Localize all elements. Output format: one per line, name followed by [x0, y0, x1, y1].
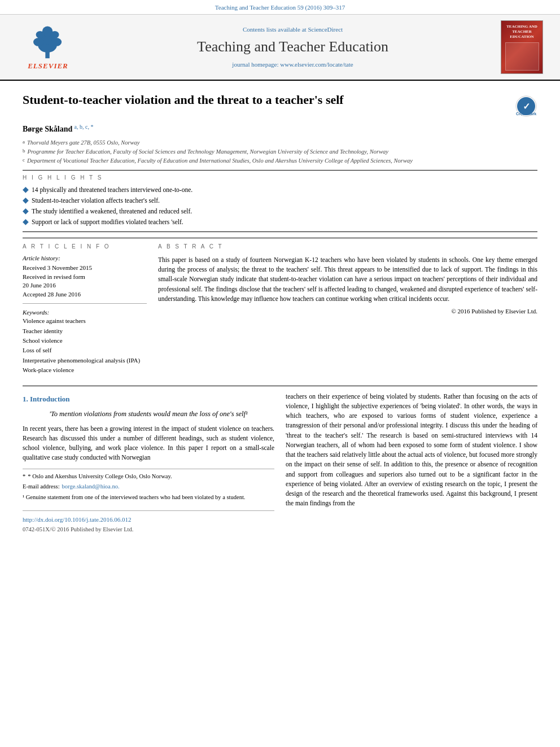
footnote-email-address[interactable]: borge.skaland@hioa.no.	[62, 483, 120, 491]
journal-homepage-url[interactable]: www.elsevier.com/locate/tate	[280, 61, 353, 68]
highlights-section: H I G H L I G H T S ◆ 14 physically and …	[23, 170, 537, 232]
highlights-title: H I G H L I G H T S	[23, 174, 537, 182]
svg-point-7	[51, 31, 59, 38]
abstract-text: This paper is based on a study of fourte…	[158, 255, 537, 304]
keyword-1: Violence against teachers	[23, 317, 147, 325]
highlight-item-2: ◆ Student-to-teacher violation affects t…	[23, 196, 537, 205]
affil-c-text: Department of Vocational Teacher Educati…	[27, 156, 413, 165]
svg-point-5	[51, 38, 62, 46]
elsevier-brand-text: ELSEVIER	[28, 61, 68, 71]
article-history: Article history: Received 3 November 201…	[23, 254, 147, 299]
affiliations-section: a Thorvald Meyers gate 27B, 0555 Oslo, N…	[23, 138, 537, 165]
keyword-4: Loss of self	[23, 346, 147, 355]
highlight-item-3: ◆ The study identified a weakened, threa…	[23, 207, 537, 216]
svg-point-4	[33, 38, 44, 46]
svg-text:CrossMark: CrossMark	[516, 112, 536, 116]
author-line: Børge Skåland a, b, c, *	[23, 123, 537, 135]
journal-citation-bar: Teaching and Teacher Education 59 (2016)…	[0, 0, 560, 15]
doi-url[interactable]: http://dx.doi.org/10.1016/j.tate.2016.06…	[23, 516, 274, 524]
highlight-item-1: ◆ 14 physically and threatened teachers …	[23, 185, 537, 194]
body-right-column: teachers on their experience of being vi…	[286, 392, 537, 534]
section1-blockquote: 'To mention violations from students wou…	[34, 409, 263, 420]
cover-title-text: TEACHING AND TEACHER EDUCATION	[504, 24, 540, 40]
body-content-section: 1. Introduction 'To mention violations f…	[23, 386, 537, 534]
journal-cover-thumbnail: TEACHING AND TEACHER EDUCATION	[501, 20, 543, 74]
accepted-date: Accepted 28 June 2016	[23, 291, 81, 298]
history-label: Article history:	[23, 254, 147, 263]
article-info-column: A R T I C L E I N F O Article history: R…	[23, 243, 147, 377]
author-superscripts: a, b, c, *	[75, 124, 94, 130]
highlight-bullet-4: ◆	[23, 218, 29, 226]
main-content-area: Student-to-teacher violation and the thr…	[0, 81, 560, 545]
highlight-bullet-3: ◆	[23, 207, 29, 215]
sciencedirect-link[interactable]: ScienceDirect	[308, 26, 343, 33]
section1-paragraph1: In recent years, there has been a growin…	[23, 424, 274, 463]
affiliation-c: c Department of Vocational Teacher Educa…	[23, 156, 537, 165]
journal-citation-text: Teaching and Teacher Education 59 (2016)…	[215, 4, 345, 11]
footnote-1-text: ¹ Genuine statement from one of the inte…	[23, 493, 245, 502]
author-name: Børge Skåland	[23, 125, 72, 134]
contents-available-line: Contents lists available at ScienceDirec…	[90, 25, 495, 34]
footnote-star: * * Oslo and Akershus University College…	[23, 473, 274, 481]
section1-paragraph2: teachers on their experience of being vi…	[286, 392, 537, 509]
svg-text:✓: ✓	[523, 102, 530, 111]
footnote-1: ¹ Genuine statement from one of the inte…	[23, 493, 274, 502]
affiliation-a: a Thorvald Meyers gate 27B, 0555 Oslo, N…	[23, 138, 537, 147]
received-date: Received 3 November 2015	[23, 264, 92, 271]
journal-logo-area: ELSEVIER	[11, 23, 85, 71]
doi-copyright: 0742-051X/© 2016 Published by Elsevier L…	[23, 526, 274, 534]
abstract-copyright: © 2016 Published by Elsevier Ltd.	[158, 307, 537, 316]
journal-cover-area: TEACHING AND TEACHER EDUCATION	[501, 20, 549, 74]
keyword-5: Interpretative phenomenological analysis…	[23, 356, 147, 365]
keyword-2: Teacher identity	[23, 327, 147, 335]
journal-header-center: Contents lists available at ScienceDirec…	[85, 25, 501, 69]
keywords-section: Keywords: Violence against teachers Teac…	[23, 308, 147, 375]
footnote-star-symbol: *	[23, 473, 25, 481]
info-divider	[23, 303, 147, 304]
highlight-bullet-1: ◆	[23, 186, 29, 194]
journal-header: ELSEVIER Contents lists available at Sci…	[0, 15, 560, 81]
keyword-6: Work-place violence	[23, 366, 147, 374]
info-abstract-section: A R T I C L E I N F O Article history: R…	[23, 238, 537, 377]
doi-footer: http://dx.doi.org/10.1016/j.tate.2016.06…	[23, 510, 274, 534]
affil-a-text: Thorvald Meyers gate 27B, 0555 Oslo, Nor…	[27, 138, 140, 147]
article-info-title: A R T I C L E I N F O	[23, 243, 147, 251]
section1-heading: 1. Introduction	[23, 394, 274, 404]
abstract-title: A B S T R A C T	[158, 243, 537, 251]
footnote-area: * * Oslo and Akershus University College…	[23, 469, 274, 502]
footnote-email-label: E-mail address:	[23, 483, 60, 491]
elsevier-logo: ELSEVIER	[11, 23, 85, 71]
keyword-3: School violence	[23, 337, 147, 345]
abstract-column: A B S T R A C T This paper is based on a…	[158, 243, 537, 377]
highlight-item-4: ◆ Support or lack of support modifies vi…	[23, 217, 537, 226]
revised-date: 20 June 2016	[23, 282, 56, 289]
elsevier-tree-icon	[25, 23, 71, 60]
affil-b-text: Programme for Teacher Education, Faculty…	[28, 147, 388, 156]
affiliation-b: b Programme for Teacher Education, Facul…	[23, 147, 537, 156]
crossmark-icon: ✓ CrossMark	[515, 95, 537, 117]
revised-label: Received in revised form	[23, 273, 85, 280]
homepage-line: journal homepage: www.elsevier.com/locat…	[90, 60, 495, 69]
body-left-column: 1. Introduction 'To mention violations f…	[23, 392, 274, 534]
keywords-label: Keywords:	[23, 309, 49, 316]
svg-rect-0	[45, 52, 49, 58]
svg-point-6	[36, 31, 45, 38]
highlight-bullet-2: ◆	[23, 196, 29, 204]
journal-title: Teaching and Teacher Education	[90, 37, 495, 57]
footnote-email: E-mail address: borge.skaland@hioa.no.	[23, 483, 274, 491]
footnote-star-text: * Oslo and Akershus University College O…	[28, 473, 172, 481]
article-title: Student-to-teacher violation and the thr…	[23, 92, 509, 108]
article-title-area: Student-to-teacher violation and the thr…	[23, 89, 537, 117]
